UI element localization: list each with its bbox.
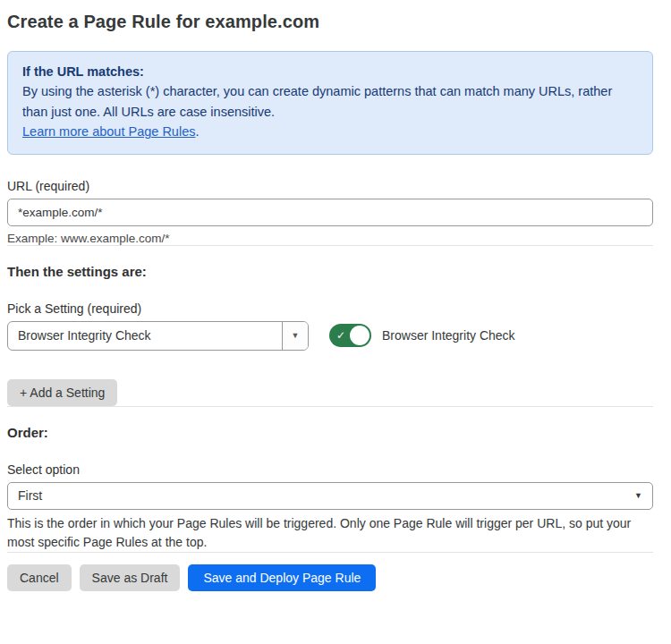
learn-more-link[interactable]: Learn more about Page Rules bbox=[22, 124, 195, 139]
toggle-knob bbox=[350, 326, 369, 345]
footer-divider bbox=[7, 552, 653, 553]
order-select-label: Select option bbox=[7, 462, 653, 477]
order-select[interactable]: First ▼ bbox=[7, 482, 653, 510]
url-field-label: URL (required) bbox=[7, 179, 653, 193]
toggle-label: Browser Integrity Check bbox=[382, 328, 515, 343]
setting-row: Browser Integrity Check ▼ ✓ Browser Inte… bbox=[7, 321, 653, 351]
order-section-heading: Order: bbox=[7, 425, 653, 440]
chevron-down-icon: ▼ bbox=[634, 491, 642, 500]
url-example-helper: Example: www.example.com/* bbox=[7, 232, 653, 245]
section-divider bbox=[7, 245, 653, 246]
footer-button-row: Cancel Save as Draft Save and Deploy Pag… bbox=[7, 564, 653, 591]
pick-setting-label: Pick a Setting (required) bbox=[7, 301, 653, 316]
info-box-body: By using the asterisk (*) character, you… bbox=[22, 81, 638, 122]
save-and-deploy-button[interactable]: Save and Deploy Page Rule bbox=[188, 564, 376, 591]
url-match-info-box: If the URL matches: By using the asteris… bbox=[7, 51, 653, 155]
check-icon: ✓ bbox=[336, 330, 345, 341]
page-rule-form: Create a Page Rule for example.com If th… bbox=[0, 0, 671, 591]
order-select-value: First bbox=[18, 488, 634, 503]
info-box-heading: If the URL matches: bbox=[22, 62, 638, 81]
page-title: Create a Page Rule for example.com bbox=[7, 12, 653, 32]
setting-dropdown-arrow-button[interactable]: ▼ bbox=[282, 322, 308, 350]
link-suffix: . bbox=[195, 124, 199, 139]
setting-dropdown-value: Browser Integrity Check bbox=[8, 322, 282, 350]
chevron-down-icon: ▼ bbox=[292, 331, 300, 340]
order-helper-text: This is the order in which your Page Rul… bbox=[7, 514, 653, 552]
url-input[interactable] bbox=[7, 199, 653, 226]
add-setting-button[interactable]: + Add a Setting bbox=[7, 379, 117, 406]
cancel-button[interactable]: Cancel bbox=[7, 564, 72, 591]
section-divider bbox=[7, 406, 653, 407]
save-as-draft-button[interactable]: Save as Draft bbox=[80, 564, 181, 591]
setting-dropdown[interactable]: Browser Integrity Check ▼ bbox=[7, 321, 309, 351]
settings-section-heading: Then the settings are: bbox=[7, 264, 653, 279]
setting-toggle[interactable]: ✓ bbox=[329, 324, 371, 347]
info-box-link-line: Learn more about Page Rules. bbox=[22, 122, 638, 141]
